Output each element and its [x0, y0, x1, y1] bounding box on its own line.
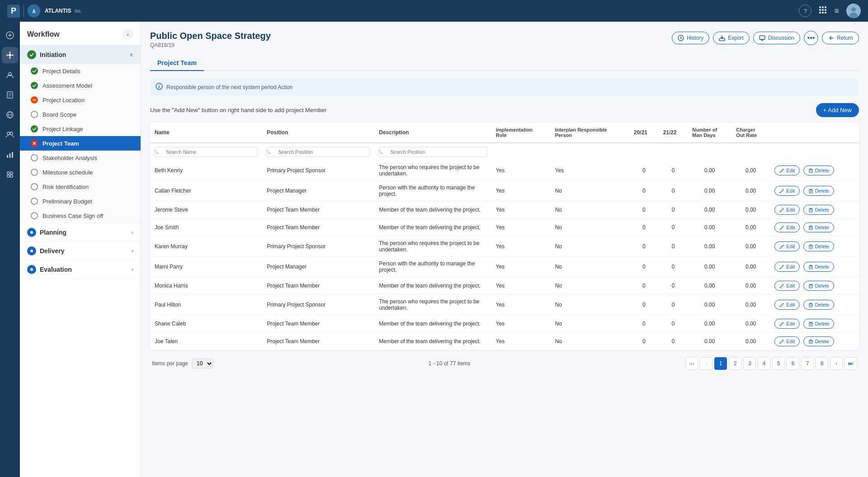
subitem-project-location[interactable]: Project Location [20, 93, 141, 107]
page-4-button[interactable]: 4 [758, 357, 770, 370]
svg-rect-39 [7, 172, 9, 174]
svg-point-19 [12, 54, 14, 56]
evaluation-chevron: › [132, 266, 133, 273]
subitem-project-linkage[interactable]: Project Linkage [20, 122, 141, 136]
search-name-input[interactable] [155, 147, 258, 157]
delete-button-7[interactable]: Delete [803, 300, 835, 310]
export-button[interactable]: Export [713, 32, 750, 44]
cell-man-days: 0.00 [688, 181, 731, 201]
svg-text:A: A [32, 9, 35, 14]
discussion-button[interactable]: Discussion [753, 32, 800, 44]
grid-icon[interactable] [819, 6, 827, 16]
page-last-button[interactable]: ⏭ [844, 357, 857, 370]
phase-initiation-header[interactable]: Initiation ∧ [20, 46, 141, 64]
subitem-preliminary-budget[interactable]: Preliminary Budget [20, 194, 141, 208]
search-description-cell [374, 143, 491, 161]
page-1-button[interactable]: 1 [714, 357, 727, 370]
subitem-risk-identification[interactable]: Risk Identification [20, 179, 141, 194]
edit-button-3[interactable]: Edit [774, 222, 800, 232]
subitem-project-team[interactable]: Project Team [20, 136, 141, 151]
subitem-stakeholder-analysis[interactable]: Stakeholder Analysis [20, 151, 141, 165]
help-icon[interactable]: ? [799, 5, 811, 17]
cell-name: Marni Parry [150, 257, 262, 277]
workflow-title: Workflow [27, 30, 60, 38]
delete-button-1[interactable]: Delete [803, 186, 835, 196]
edit-button-6[interactable]: Edit [774, 281, 800, 291]
add-new-button[interactable]: + Add New [816, 103, 859, 117]
cell-description: Member of the team delivering the projec… [374, 333, 491, 350]
delete-icon [808, 321, 813, 326]
edit-button-1[interactable]: Edit [774, 186, 800, 196]
delete-button-9[interactable]: Delete [803, 336, 835, 346]
subitem-assessment-icon [31, 82, 38, 89]
edit-button-9[interactable]: Edit [774, 336, 800, 346]
tab-project-team[interactable]: Project Team [150, 56, 204, 71]
page-6-button[interactable]: 6 [787, 357, 799, 370]
edit-button-5[interactable]: Edit [774, 262, 800, 272]
svg-rect-5 [819, 9, 821, 11]
edit-button-8[interactable]: Edit [774, 319, 800, 329]
subitem-milestone-schedule[interactable]: Milestone schedule [20, 165, 141, 179]
sidebar-icon-network[interactable] [2, 47, 18, 63]
main-content: Public Open Space Strategy QA818/19 Hist… [141, 22, 868, 477]
initiation-label: Initiation [40, 51, 126, 58]
search-description-input[interactable] [379, 147, 486, 157]
page-5-button[interactable]: 5 [772, 357, 785, 370]
phase-delivery-header[interactable]: Delivery › [20, 242, 141, 260]
return-button[interactable]: Return [822, 32, 859, 44]
page-next-button[interactable]: › [830, 357, 843, 370]
workflow-collapse-button[interactable]: ‹ [123, 29, 133, 40]
page-7-button[interactable]: 7 [801, 357, 814, 370]
table-row: Shane Caleb Project Team Member Member o… [150, 315, 859, 333]
subitem-assessment-model[interactable]: Assessment Model [20, 78, 141, 93]
sidebar-icon-chart[interactable] [2, 146, 18, 163]
items-per-page-select[interactable]: 10 25 50 [192, 359, 213, 368]
search-position-input[interactable] [267, 147, 370, 157]
table-row: Marni Parry Project Manager Person with … [150, 257, 859, 277]
sidebar-icon-add[interactable] [2, 27, 18, 43]
svg-rect-77 [810, 284, 811, 285]
page-2-button[interactable]: 2 [729, 357, 741, 370]
delete-button-3[interactable]: Delete [803, 222, 835, 232]
subitem-risk-label: Risk Identification [42, 184, 89, 190]
subitem-business-case[interactable]: Business Case Sign off [20, 208, 141, 223]
sidebar-icon-globe[interactable] [2, 107, 18, 123]
discussion-icon [759, 35, 765, 41]
page-prev-button[interactable]: ‹ [700, 357, 712, 370]
edit-button-4[interactable]: Edit [774, 241, 800, 251]
delete-button-4[interactable]: Delete [803, 241, 835, 251]
edit-button-0[interactable]: Edit [774, 165, 800, 175]
delete-button-0[interactable]: Delete [803, 165, 835, 175]
delete-button-2[interactable]: Delete [803, 205, 835, 215]
page-3-button[interactable]: 3 [743, 357, 756, 370]
page-8-button[interactable]: 8 [816, 357, 828, 370]
cell-year2021: 0 [629, 277, 659, 295]
hamburger-icon[interactable]: ≡ [834, 6, 839, 16]
cell-name: Karen Murray [150, 236, 262, 257]
delete-button-8[interactable]: Delete [803, 319, 835, 329]
delete-button-6[interactable]: Delete [803, 281, 835, 291]
phase-planning-header[interactable]: Planning › [20, 223, 141, 241]
info-bar: Responsible person of the next system pe… [150, 78, 859, 96]
table-instruction: Use the "Add New" button on right hand s… [150, 107, 327, 113]
svg-rect-74 [810, 265, 811, 266]
edit-button-2[interactable]: Edit [774, 205, 800, 215]
page-first-button[interactable]: ⏮ [685, 357, 698, 370]
subitem-project-details[interactable]: Project Details [20, 64, 141, 78]
phase-evaluation-header[interactable]: Evaluation › [20, 260, 141, 279]
edit-button-7[interactable]: Edit [774, 300, 800, 310]
sidebar-icon-settings[interactable] [2, 166, 18, 183]
user-avatar[interactable] [846, 4, 861, 18]
sidebar-icon-team[interactable] [2, 127, 18, 143]
cell-year2021: 0 [629, 161, 659, 181]
svg-point-35 [10, 132, 13, 135]
sidebar-icon-person[interactable] [2, 67, 18, 83]
delete-button-5[interactable]: Delete [803, 262, 835, 272]
more-options-button[interactable]: ••• [804, 31, 818, 45]
p-logo[interactable]: P [7, 5, 20, 18]
history-button[interactable]: History [672, 32, 709, 44]
col-impl-role: implementationRole [491, 123, 551, 143]
subitem-board-scope[interactable]: Board Scope [20, 107, 141, 122]
sidebar-icon-document[interactable] [2, 87, 18, 103]
edit-icon [779, 283, 784, 288]
